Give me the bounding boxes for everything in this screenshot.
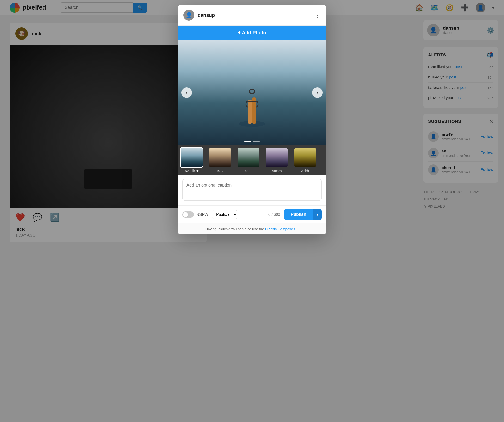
publish-btn-group: Publish ▾ bbox=[284, 209, 322, 220]
hands-anchor-illustration bbox=[238, 81, 266, 133]
filter-thumb-aden bbox=[238, 148, 259, 167]
filter-thumb-ashby bbox=[294, 148, 316, 167]
nsfw-toggle-switch[interactable] bbox=[182, 211, 194, 218]
filter-item-aden[interactable]: Aden bbox=[234, 145, 263, 175]
modal-username: dansup bbox=[198, 12, 314, 18]
nsfw-toggle: NSFW bbox=[182, 211, 208, 218]
filter-thumbnail-1977 bbox=[209, 148, 231, 167]
visibility-select[interactable]: Public ▾ Unlisted Private bbox=[212, 210, 237, 219]
carousel-dots bbox=[244, 141, 260, 142]
carousel-prev-button[interactable]: ‹ bbox=[181, 87, 192, 98]
filter-label-ashby: Ashb bbox=[301, 169, 309, 173]
nsfw-toggle-knob bbox=[183, 212, 188, 217]
caption-textarea[interactable] bbox=[182, 179, 322, 201]
filter-thumbnail-aden bbox=[238, 148, 259, 167]
modal-bottom-bar: NSFW Public ▾ Unlisted Private 0 / 600 P… bbox=[178, 205, 326, 223]
add-photo-button[interactable]: + Add Photo bbox=[178, 26, 326, 40]
compose-modal: 👤 dansup ⋮ + Add Photo bbox=[178, 5, 326, 234]
publish-dropdown-button[interactable]: ▾ bbox=[313, 209, 322, 220]
filter-thumbnail-ashby bbox=[294, 148, 316, 167]
carousel-dot-2 bbox=[253, 141, 260, 142]
photo-carousel: ‹ › bbox=[178, 40, 326, 145]
modal-user-avatar: 👤 bbox=[183, 10, 194, 21]
filter-label-nofilter: No Filter bbox=[185, 169, 199, 173]
char-count: 0 / 600 bbox=[268, 212, 280, 217]
carousel-main-image bbox=[178, 40, 326, 145]
filter-thumb-nofilter bbox=[181, 148, 203, 167]
filter-thumbnail-amaro bbox=[266, 148, 288, 167]
classic-compose-link[interactable]: Classic Compose UI bbox=[265, 227, 298, 231]
filter-thumb-amaro bbox=[266, 148, 288, 167]
modal-footer-suffix: . bbox=[298, 227, 299, 231]
filter-item-nofilter[interactable]: No Filter bbox=[178, 145, 206, 175]
modal-footer-text: Having issues? You can also use the bbox=[205, 227, 265, 231]
filter-label-amaro: Amaro bbox=[272, 169, 282, 173]
publish-button[interactable]: Publish bbox=[284, 209, 313, 220]
filter-label-1977: 1977 bbox=[216, 169, 224, 173]
modal-three-dots-icon[interactable]: ⋮ bbox=[314, 12, 321, 19]
modal-footer: Having issues? You can also use the Clas… bbox=[178, 223, 326, 234]
carousel-next-button[interactable]: › bbox=[312, 87, 323, 98]
caption-area bbox=[178, 175, 326, 205]
filter-thumbnail-nofilter bbox=[181, 148, 203, 167]
modal-header: 👤 dansup ⋮ bbox=[178, 5, 326, 26]
svg-point-3 bbox=[250, 89, 254, 94]
filter-item-ashby[interactable]: Ashb bbox=[291, 145, 319, 175]
filters-row: No Filter 1977 Aden Amaro bbox=[178, 145, 326, 175]
filter-thumb-1977 bbox=[209, 148, 231, 167]
svg-rect-1 bbox=[248, 100, 252, 124]
carousel-dot-1 bbox=[244, 141, 251, 142]
filter-label-aden: Aden bbox=[245, 169, 252, 173]
nsfw-label: NSFW bbox=[196, 212, 208, 217]
modal-overlay[interactable]: 👤 dansup ⋮ + Add Photo bbox=[0, 0, 504, 422]
filter-item-amaro[interactable]: Amaro bbox=[263, 145, 291, 175]
filter-item-1977[interactable]: 1977 bbox=[206, 145, 234, 175]
